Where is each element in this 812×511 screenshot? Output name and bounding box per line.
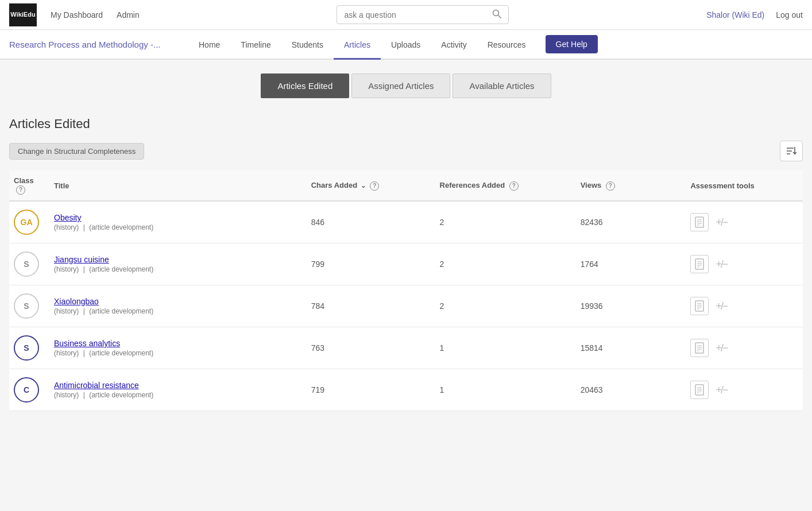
class-cell: GA [9, 201, 49, 243]
chars-added-cell: 784 [307, 285, 435, 327]
article-tab-available-articles[interactable]: Available Articles [453, 73, 551, 98]
document-icon [694, 384, 705, 396]
separator: | [81, 265, 87, 273]
doc-icon-button[interactable] [690, 339, 709, 357]
sub-nav-tab-timeline[interactable]: Timeline [230, 31, 281, 60]
title-cell: Antimicrobial resistance(history) | (art… [49, 369, 307, 411]
class-circle: S [14, 293, 39, 319]
article-tab-assigned-articles[interactable]: Assigned Articles [351, 73, 450, 98]
doc-icon-button[interactable] [690, 297, 709, 315]
refs-added-cell: 2 [435, 285, 576, 327]
history-link[interactable]: (history) [54, 391, 79, 399]
table-row: SBusiness analytics(history) | (article … [9, 327, 803, 369]
table-row: SXiaolongbao(history) | (article develop… [9, 285, 803, 327]
svg-rect-15 [695, 301, 703, 311]
top-nav-right: Shalor (Wiki Ed) Log out [706, 10, 803, 20]
article-title-link[interactable]: Jiangsu cuisine [54, 255, 302, 264]
views-cell: 19936 [576, 285, 686, 327]
class-cell: S [9, 243, 49, 285]
refs-added-cell: 2 [435, 201, 576, 243]
sort-icon [786, 146, 797, 156]
article-development-link[interactable]: (article development) [89, 223, 153, 231]
get-help-button[interactable]: Get Help [546, 35, 598, 53]
assessment-tools-cell: +/− [686, 369, 803, 411]
add-remove-button[interactable]: +/− [716, 216, 727, 229]
article-development-link[interactable]: (article development) [89, 265, 153, 273]
user-link[interactable]: Shalor (Wiki Ed) [706, 10, 764, 20]
refs-info-icon[interactable]: ? [509, 181, 519, 191]
history-link[interactable]: (history) [54, 265, 79, 273]
separator: | [81, 349, 87, 357]
views-info-icon[interactable]: ? [606, 181, 615, 191]
sub-nav-tab-uploads[interactable]: Uploads [381, 31, 431, 60]
assessment-tools-cell: +/− [686, 285, 803, 327]
article-development-link[interactable]: (article development) [89, 349, 153, 357]
article-tab-articles-edited[interactable]: Articles Edited [261, 73, 349, 98]
add-remove-button[interactable]: +/− [716, 384, 727, 396]
class-cell: C [9, 369, 49, 411]
table-row: GAObesity(history) | (article developmen… [9, 201, 803, 243]
add-remove-button[interactable]: +/− [716, 258, 727, 270]
top-nav-links: My Dashboard Admin [51, 10, 140, 20]
history-link[interactable]: (history) [54, 349, 79, 357]
history-link[interactable]: (history) [54, 307, 79, 315]
add-remove-button[interactable]: +/− [716, 342, 727, 354]
history-link[interactable]: (history) [54, 223, 79, 231]
logout-link[interactable]: Log out [776, 10, 803, 20]
article-title-link[interactable]: Xiaolongbao [54, 297, 302, 306]
sort-icon-button[interactable] [780, 141, 803, 161]
course-title-link[interactable]: Research Process and Methodology -... [9, 40, 170, 49]
add-remove-button[interactable]: +/− [716, 300, 727, 312]
document-icon [694, 342, 705, 354]
logo: Wiki Edu [9, 3, 37, 26]
chars-added-cell: 799 [307, 243, 435, 285]
article-title-link[interactable]: Business analytics [54, 339, 302, 348]
doc-icon-button[interactable] [690, 255, 709, 273]
filter-button[interactable]: Change in Structural Completeness [9, 143, 144, 160]
doc-icon-button[interactable] [690, 381, 709, 399]
article-tabs: Articles EditedAssigned ArticlesAvailabl… [9, 73, 803, 98]
sub-nav-tab-articles[interactable]: Articles [334, 31, 381, 60]
articles-table: Class ? Title Chars Added ⌄ ? References… [9, 171, 803, 411]
article-sub-links: (history) | (article development) [54, 307, 302, 315]
sub-nav-tab-students[interactable]: Students [281, 31, 334, 60]
article-development-link[interactable]: (article development) [89, 391, 153, 399]
views-cell: 82436 [576, 201, 686, 243]
search-input[interactable] [344, 10, 492, 20]
doc-icon-button[interactable] [690, 213, 709, 231]
title-cell: Xiaolongbao(history) | (article developm… [49, 285, 307, 327]
class-info-icon[interactable]: ? [16, 185, 25, 195]
article-development-link[interactable]: (article development) [89, 307, 153, 315]
views-cell: 20463 [576, 369, 686, 411]
article-title-link[interactable]: Antimicrobial resistance [54, 381, 302, 390]
chars-added-cell: 763 [307, 327, 435, 369]
svg-rect-20 [695, 343, 703, 353]
class-circle: GA [14, 210, 39, 235]
my-dashboard-link[interactable]: My Dashboard [51, 10, 103, 20]
title-cell: Obesity(history) | (article development) [49, 201, 307, 243]
document-icon [694, 258, 705, 270]
sub-nav-tab-activity[interactable]: Activity [431, 31, 477, 60]
class-circle: S [14, 251, 39, 277]
sub-nav-tabs: HomeTimelineStudentsArticlesUploadsActiv… [188, 30, 536, 59]
refs-added-cell: 2 [435, 243, 576, 285]
article-title-link[interactable]: Obesity [54, 213, 302, 222]
admin-link[interactable]: Admin [117, 10, 140, 20]
refs-added-cell: 1 [435, 327, 576, 369]
section-title: Articles Edited [9, 117, 803, 131]
article-sub-links: (history) | (article development) [54, 223, 302, 231]
chars-info-icon[interactable]: ? [370, 181, 379, 191]
col-chars-added: Chars Added ⌄ ? [307, 171, 435, 201]
article-sub-links: (history) | (article development) [54, 265, 302, 273]
sub-nav-tab-home[interactable]: Home [188, 31, 230, 60]
article-sub-links: (history) | (article development) [54, 391, 302, 399]
chars-added-cell: 846 [307, 201, 435, 243]
separator: | [81, 307, 87, 315]
col-class: Class ? [9, 171, 49, 201]
document-icon [694, 216, 705, 228]
chars-sort-arrow: ⌄ [361, 182, 366, 189]
col-refs-added: References Added ? [435, 171, 576, 201]
svg-rect-5 [695, 217, 703, 227]
search-area [140, 5, 706, 24]
sub-nav-tab-resources[interactable]: Resources [477, 31, 536, 60]
